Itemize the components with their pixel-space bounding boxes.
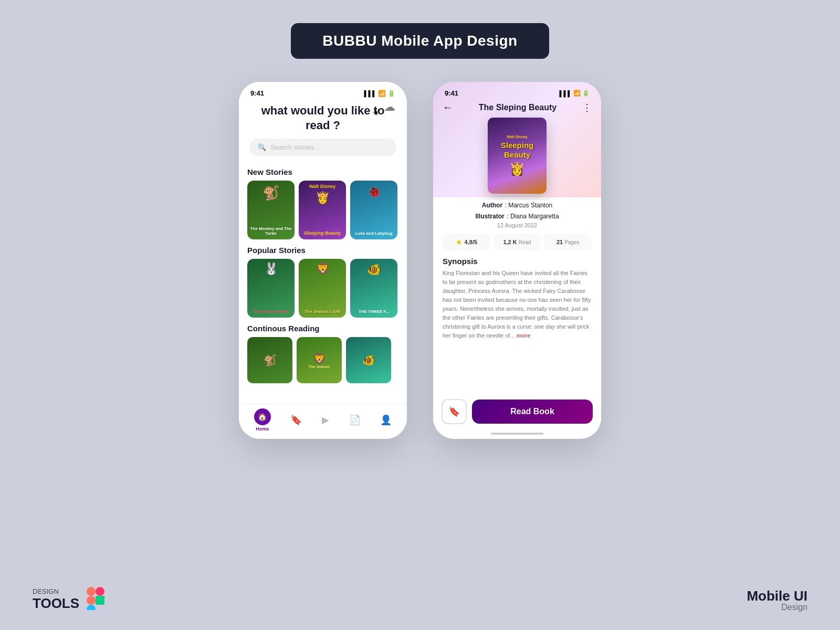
detail-bottom: 🔖 Read Book [433,394,601,432]
credits-text: DESIGN TOOLS [33,587,79,612]
svg-rect-5 [96,596,104,605]
back-button[interactable]: ← [443,101,453,113]
svg-rect-3 [87,605,96,610]
reads-value: 1,2 K [503,239,517,245]
bookmark-nav-icon: 🔖 [290,414,302,426]
rating-stat: ★ 4,8/5 [443,234,490,250]
svg-rect-2 [87,596,96,605]
page-title: BUBBU Mobile App Design [322,33,517,49]
search-icon: 🔍 [258,143,266,151]
credits-left: DESIGN TOOLS [33,587,104,612]
profile-nav-icon: 👤 [380,414,392,426]
detail-signal-icon: ▌▌▌ [560,90,572,97]
pub-date: 12 August 2022 [443,222,592,228]
search-bar[interactable]: 🔍 Search stories... [249,139,396,156]
book-ladybug[interactable]: 🐞 Luke and Ladybug [350,181,397,239]
battery-icon: 🔋 [387,90,395,97]
illustrator-label: Illustrator [475,213,504,220]
status-icons: ▌▌▌ 📶 🔋 [364,90,395,97]
illustrator-name: Diana Margaretta [510,213,559,220]
rating-value: 4,8/5 [465,239,477,245]
author-row: Author : Marcus Stanton [443,200,592,209]
phone-detail: 9:41 ▌▌▌ 📶 🔋 ← The Sleping Beauty ⋮ [433,82,601,439]
detail-status-time: 9:41 [445,89,458,97]
illustrator-row: Illustrator : Diana Margaretta [443,211,592,220]
home-content: New Stories 🐒 The Monkey and The Turtle … [239,162,407,404]
book-monkey[interactable]: 🐒 The Monkey and The Turtle [247,181,295,239]
home-indicator [491,433,543,435]
credits-right: Mobile UI Design [747,589,807,612]
mobile-ui-label: Mobile UI [747,589,807,603]
search-placeholder-text: Search stories... [270,143,320,151]
popular-stories-row: 🐰 The Clever Rabbit 🦁 The Jealous LION 🐠… [247,259,398,318]
home-header: ☁ ☀ what would you like to read ? 🔍 Sear… [239,100,407,162]
stats-row: ★ 4,8/5 1,2 K Read 21 Pages [443,234,592,250]
signal-icon: ▌▌▌ [364,90,376,97]
status-time: 9:41 [250,89,264,97]
page-wrapper: BUBBU Mobile App Design 9:41 ▌▌▌ 📶 🔋 ☁ ☀… [0,0,840,630]
nav-library[interactable]: 📄 [349,414,361,426]
book-three-fish[interactable]: 🐠 THE THREE F... [350,259,397,318]
detail-content: Author : Marcus Stanton Illustrator : Di… [433,200,601,394]
phones-row: 9:41 ▌▌▌ 📶 🔋 ☁ ☀ what would you like to … [239,82,601,439]
detail-top-nav: ← The Sleping Beauty ⋮ [433,99,601,118]
sun-deco: ☀ [372,108,380,118]
book-cover-container: Walt Disney Sleeping Beauty 👸 [433,118,601,194]
cover-deco: 👸 [509,162,525,176]
detail-status-icons: ▌▌▌ 📶 🔋 [560,90,590,97]
cover-badge: Walt Disney [507,135,527,139]
nav-profile[interactable]: 👤 [380,414,392,426]
design-text: Design [747,603,807,612]
book-cover-detail: Walt Disney Sleeping Beauty 👸 [488,118,547,194]
new-stories-row: 🐒 The Monkey and The Turtle Walt Disney … [247,181,398,239]
illustrator-colon: : [507,213,510,220]
continuous-title: Continous Reading [247,324,398,333]
play-nav-icon: ▶ [322,414,329,426]
cover-title-text: Sleeping Beauty [492,141,542,160]
status-bar: 9:41 ▌▌▌ 📶 🔋 [239,82,407,100]
figma-icon [87,587,104,612]
bottom-nav: 🏠 Home 🔖 ▶ 📄 👤 [239,404,407,439]
tools-label: TOOLS [33,595,79,612]
detail-wifi-icon: 📶 [573,90,581,97]
cloud-deco: ☁ [384,100,395,114]
title-bar: BUBBU Mobile App Design [291,23,549,59]
bookmark-icon: 🔖 [448,406,460,417]
bookmark-button[interactable]: 🔖 [442,399,467,424]
nav-home-label: Home [256,426,269,432]
new-stories-title: New Stories [247,167,398,176]
nav-home[interactable]: 🏠 Home [254,408,271,432]
book-sleeping-beauty[interactable]: Walt Disney 👸 Sleeping Beauty [299,181,346,239]
cont-book-1[interactable]: 🐒 [247,337,292,383]
synopsis-more[interactable]: more [517,332,531,339]
book-clever-rabbit[interactable]: 🐰 The Clever Rabbit [247,259,295,318]
nav-bookmark[interactable]: 🔖 [290,414,302,426]
more-options-button[interactable]: ⋮ [582,102,592,113]
continuous-row: 🐒 🦁 The Jealous 🐠 [247,337,398,383]
cont-book-2[interactable]: 🦁 The Jealous [297,337,342,383]
library-nav-icon: 📄 [349,414,361,426]
cont-book-3[interactable]: 🐠 [346,337,391,383]
pages-value: 21 [556,239,563,245]
design-label: DESIGN [33,587,79,595]
pages-label: Pages [564,239,579,245]
popular-stories-title: Popular Stories [247,246,398,255]
synopsis-body: King Florestan and his Queen have invite… [443,269,592,340]
synopsis-text: King Florestan and his Queen have invite… [443,270,591,339]
book-jealous-lion[interactable]: 🦁 The Jealous LION [299,259,346,318]
reads-stat: 1,2 K Read [494,234,541,250]
detail-battery-icon: 🔋 [582,90,590,97]
star-icon: ★ [456,238,463,246]
author-name: Marcus Stanton [508,202,552,209]
detail-status-bar: 9:41 ▌▌▌ 📶 🔋 [433,82,601,99]
svg-rect-1 [96,587,104,596]
synopsis-title: Synopsis [443,257,592,266]
phone-home: 9:41 ▌▌▌ 📶 🔋 ☁ ☀ what would you like to … [239,82,407,439]
home-icon[interactable]: 🏠 [254,408,271,425]
read-book-button[interactable]: Read Book [472,400,593,424]
pages-stat: 21 Pages [544,234,592,250]
detail-book-title: The Sleping Beauty [479,103,556,112]
author-label: Author [482,202,502,209]
nav-play[interactable]: ▶ [322,414,329,426]
wifi-icon: 📶 [378,90,386,97]
